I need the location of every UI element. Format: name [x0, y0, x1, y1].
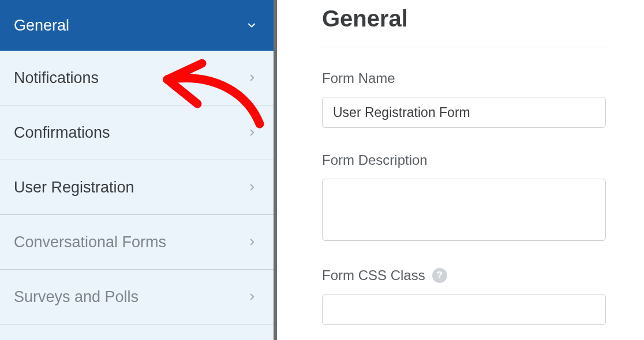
chevron-down-icon — [246, 20, 257, 31]
field-form-css-class: Form CSS Class ? — [322, 267, 609, 325]
form-description-input[interactable] — [322, 179, 606, 241]
chevron-right-icon — [247, 182, 257, 192]
settings-panel-general: General Form Name Form Description Form … — [287, 0, 644, 340]
sidebar-item-general[interactable]: General — [0, 0, 274, 51]
field-form-description: Form Description — [322, 152, 609, 243]
chevron-right-icon — [247, 292, 257, 302]
sidebar-item-label: Surveys and Polls — [14, 288, 138, 306]
form-name-input[interactable] — [322, 97, 606, 128]
chevron-right-icon — [247, 73, 257, 83]
sidebar-item-label: User Registration — [14, 179, 134, 197]
page-title: General — [322, 6, 609, 32]
sidebar-item-label: Notifications — [14, 69, 99, 87]
form-css-class-label-text: Form CSS Class — [322, 267, 425, 284]
help-icon[interactable]: ? — [432, 268, 447, 283]
divider — [322, 47, 609, 47]
settings-sidebar: General Notifications Confirmations User… — [0, 0, 277, 340]
sidebar-item-confirmations[interactable]: Confirmations — [0, 105, 274, 160]
form-name-label: Form Name — [322, 70, 609, 86]
field-form-name: Form Name — [322, 70, 609, 128]
sidebar-item-user-registration[interactable]: User Registration — [0, 160, 274, 215]
form-description-label: Form Description — [322, 152, 609, 168]
sidebar-item-conversational-forms[interactable]: Conversational Forms — [0, 215, 274, 270]
sidebar-item-label: Conversational Forms — [14, 233, 166, 251]
chevron-right-icon — [247, 127, 257, 138]
chevron-right-icon — [247, 237, 257, 247]
sidebar-item-notifications[interactable]: Notifications — [0, 51, 274, 105]
form-css-class-label: Form CSS Class ? — [322, 267, 609, 284]
form-css-class-input[interactable] — [322, 294, 606, 325]
sidebar-item-label: General — [14, 17, 69, 35]
sidebar-item-label: Confirmations — [14, 124, 110, 142]
sidebar-item-surveys-and-polls[interactable]: Surveys and Polls — [0, 270, 274, 324]
